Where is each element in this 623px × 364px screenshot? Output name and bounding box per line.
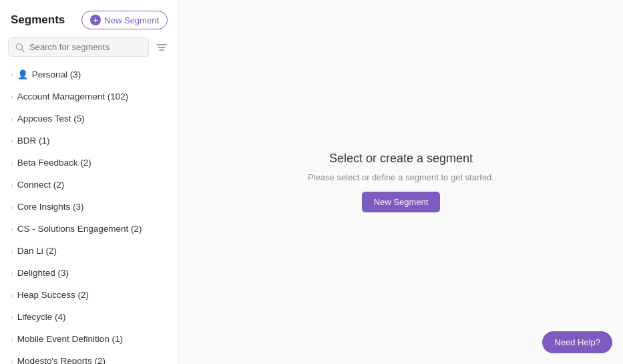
- create-segment-button[interactable]: New Segment: [362, 192, 441, 212]
- list-item-label: Beta Feedback (2): [17, 158, 91, 168]
- list-item[interactable]: ›Dan Li (2): [0, 240, 178, 262]
- main-content: Select or create a segment Please select…: [179, 0, 623, 364]
- svg-line-1: [22, 49, 25, 51]
- list-item[interactable]: ›Mobile Event Definition (1): [0, 328, 178, 350]
- list-item-label: Delighted (3): [17, 268, 69, 278]
- list-item[interactable]: ›👤Personal (3): [0, 63, 178, 85]
- chevron-right-icon: ›: [11, 203, 13, 211]
- segment-list: ›👤Personal (3)›Account Management (102)›…: [0, 63, 178, 364]
- chevron-right-icon: ›: [11, 159, 13, 167]
- list-item-label: Connect (2): [17, 180, 65, 190]
- empty-state-title: Select or create a segment: [329, 152, 473, 166]
- chevron-right-icon: ›: [11, 335, 13, 343]
- new-segment-label: New Segment: [104, 15, 159, 25]
- list-item-label: Core Insights (3): [17, 202, 84, 212]
- list-item-label: Account Management (102): [17, 92, 129, 102]
- list-item-label: Lifecycle (4): [17, 312, 66, 322]
- chevron-right-icon: ›: [11, 137, 13, 145]
- filter-icon: [156, 41, 168, 53]
- sidebar: Segments + New Segment: [0, 0, 179, 364]
- list-item-label: Dan Li (2): [17, 246, 57, 256]
- list-item[interactable]: ›Appcues Test (5): [0, 108, 178, 130]
- chevron-right-icon: ›: [11, 357, 13, 365]
- list-item[interactable]: ›Connect (2): [0, 174, 178, 196]
- chevron-right-icon: ›: [11, 115, 13, 123]
- empty-state-subtitle: Please select or define a segment to get…: [308, 172, 494, 182]
- chevron-right-icon: ›: [11, 225, 13, 233]
- list-item[interactable]: ›CS - Solutions Engagement (2): [0, 218, 178, 240]
- list-item[interactable]: ›Beta Feedback (2): [0, 152, 178, 174]
- search-input-wrap: [8, 37, 149, 57]
- list-item-label: Appcues Test (5): [17, 114, 85, 124]
- personal-icon: 👤: [17, 69, 28, 79]
- chevron-right-icon: ›: [11, 71, 13, 79]
- list-item-label: Personal (3): [32, 69, 81, 79]
- list-item-label: CS - Solutions Engagement (2): [17, 224, 142, 234]
- chevron-right-icon: ›: [11, 313, 13, 321]
- list-item[interactable]: ›BDR (1): [0, 130, 178, 152]
- search-bar-row: [0, 37, 178, 63]
- chevron-right-icon: ›: [11, 181, 13, 189]
- list-item-label: BDR (1): [17, 136, 50, 146]
- page-title: Segments: [11, 13, 65, 27]
- list-item-label: Modesto's Reports (2): [17, 356, 106, 364]
- chevron-right-icon: ›: [11, 93, 13, 101]
- list-item-label: Mobile Event Definition (1): [17, 334, 123, 344]
- list-item[interactable]: ›Heap Success (2): [0, 284, 178, 306]
- need-help-button[interactable]: Need Help?: [542, 331, 612, 353]
- plus-circle-icon: +: [90, 15, 101, 25]
- empty-state: Select or create a segment Please select…: [308, 152, 494, 212]
- new-segment-button[interactable]: + New Segment: [81, 11, 168, 29]
- list-item[interactable]: ›Modesto's Reports (2): [0, 350, 178, 364]
- sidebar-header: Segments + New Segment: [0, 0, 178, 37]
- filter-button[interactable]: [153, 39, 170, 56]
- chevron-right-icon: ›: [11, 247, 13, 255]
- search-icon: [15, 43, 25, 52]
- list-item[interactable]: ›Account Management (102): [0, 85, 178, 108]
- search-input[interactable]: [29, 42, 142, 52]
- list-item[interactable]: ›Core Insights (3): [0, 196, 178, 218]
- list-item-label: Heap Success (2): [17, 290, 89, 300]
- chevron-right-icon: ›: [11, 291, 13, 299]
- list-item[interactable]: ›Delighted (3): [0, 262, 178, 284]
- list-item[interactable]: ›Lifecycle (4): [0, 306, 178, 328]
- chevron-right-icon: ›: [11, 269, 13, 277]
